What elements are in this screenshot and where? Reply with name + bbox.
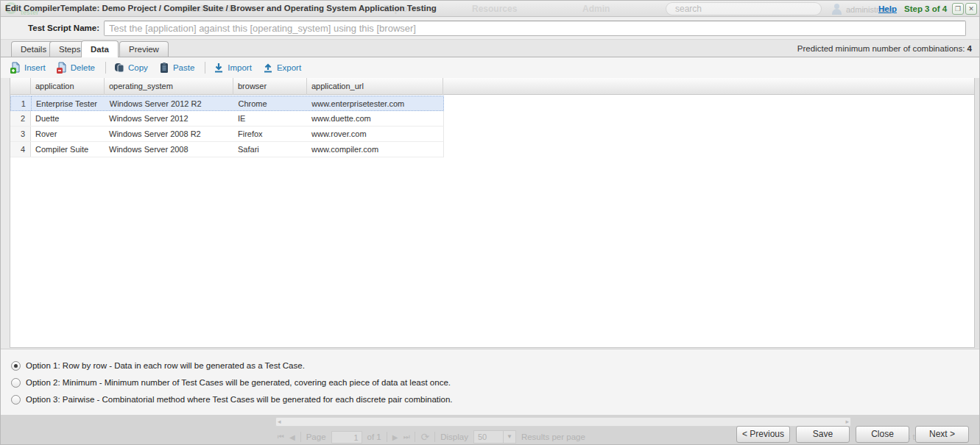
data-grid-toolbar: Insert Delete Copy Paste Import Export bbox=[1, 57, 980, 78]
import-button[interactable]: Import bbox=[213, 62, 252, 74]
page-number-input: 1 bbox=[331, 431, 362, 444]
paste-icon bbox=[158, 62, 170, 74]
column-header-browser[interactable]: browser bbox=[233, 78, 307, 95]
pager-separator bbox=[300, 432, 301, 442]
row-number: 1 bbox=[11, 96, 32, 110]
cell-operating-system: Windows Server 2012 R2 bbox=[105, 96, 234, 110]
cell-browser: Chrome bbox=[234, 96, 308, 110]
cell-application-url: www.compiler.com bbox=[307, 142, 443, 157]
tab-data[interactable]: Data bbox=[81, 40, 119, 57]
cell-application-url: www.rover.com bbox=[307, 127, 443, 141]
cell-operating-system: Windows Server 2008 bbox=[105, 142, 233, 157]
last-page-icon: ⏭ bbox=[403, 432, 409, 441]
display-count-select: 50▼ bbox=[473, 430, 516, 444]
cell-application: Duette bbox=[31, 111, 105, 126]
delete-icon bbox=[56, 62, 68, 74]
export-button[interactable]: Export bbox=[262, 62, 301, 74]
copy-label: Copy bbox=[128, 63, 148, 72]
predicted-combinations-text: Predicted minimum number of combinations… bbox=[797, 44, 967, 53]
column-header-application-url[interactable]: application_url bbox=[307, 78, 443, 95]
refresh-icon: ⟳ bbox=[420, 431, 429, 443]
predicted-combinations-value: 4 bbox=[967, 44, 972, 53]
toolbar-separator bbox=[105, 62, 106, 74]
display-count-value: 50 bbox=[478, 432, 487, 441]
maximize-icon: ❐ bbox=[955, 5, 961, 13]
column-header-rownum bbox=[10, 78, 31, 95]
table-row[interactable]: 3 Rover Windows Server 2008 R2 Firefox w… bbox=[10, 127, 444, 142]
copy-button[interactable]: Copy bbox=[113, 62, 148, 74]
scrollbar-left-icon: ◂ bbox=[278, 418, 281, 426]
test-script-name-input[interactable] bbox=[104, 21, 966, 36]
row-number: 4 bbox=[10, 142, 31, 157]
display-label: Display bbox=[440, 432, 468, 441]
generation-options-panel: Option 1: Row by row - Data in each row … bbox=[1, 349, 980, 415]
data-grid: application operating_system browser app… bbox=[10, 78, 975, 348]
maximize-button[interactable]: ❐ bbox=[952, 3, 964, 15]
table-row[interactable]: 2 Duette Windows Server 2012 IE www.duet… bbox=[10, 111, 444, 127]
export-icon bbox=[262, 62, 274, 74]
chevron-down-icon: ▼ bbox=[503, 431, 515, 444]
cell-browser: IE bbox=[233, 111, 307, 126]
option-minimum[interactable]: Option 2: Minimum - Minimum number of Te… bbox=[11, 377, 451, 388]
table-row[interactable]: 1 Enterprise Tester Windows Server 2012 … bbox=[10, 96, 444, 111]
dialog-title: Edit CompilerTemplate: Demo Project / Co… bbox=[5, 4, 437, 13]
dialog-title-bar: tester Dashboards Explorer Resources Adm… bbox=[1, 1, 980, 17]
radio-icon[interactable] bbox=[11, 395, 21, 405]
table-row[interactable]: 4 Compiler Suite Windows Server 2008 Saf… bbox=[10, 142, 444, 157]
column-header-operating-system[interactable]: operating_system bbox=[105, 78, 233, 95]
cell-browser: Firefox bbox=[233, 127, 307, 141]
column-header-application[interactable]: application bbox=[31, 78, 105, 95]
results-per-page-label: Results per page bbox=[521, 432, 585, 441]
cell-operating-system: Windows Server 2008 R2 bbox=[105, 127, 233, 141]
toolbar-separator bbox=[205, 62, 205, 74]
bottom-region: ◂ ▸ ⏮ ◀ Page 1 of 1 ▶ ⏭ ⟳ Display 50▼ Re… bbox=[1, 415, 980, 445]
radio-icon[interactable] bbox=[11, 378, 21, 388]
import-label: Import bbox=[228, 63, 252, 72]
save-button[interactable]: Save bbox=[796, 426, 850, 443]
delete-button[interactable]: Delete bbox=[56, 62, 95, 74]
close-dialog-button[interactable]: Close bbox=[856, 426, 909, 443]
previous-button[interactable]: < Previous bbox=[736, 426, 790, 443]
background-search-input: search bbox=[666, 2, 822, 15]
grid-right-gutter bbox=[975, 78, 980, 348]
close-button[interactable]: ✕ bbox=[965, 3, 977, 15]
paste-button[interactable]: Paste bbox=[158, 62, 194, 74]
cell-application: Compiler Suite bbox=[31, 142, 105, 157]
insert-button[interactable]: Insert bbox=[10, 62, 46, 74]
page-of-label: of 1 bbox=[367, 432, 381, 441]
radio-icon[interactable] bbox=[11, 361, 21, 371]
cell-application: Rover bbox=[31, 127, 105, 141]
next-button[interactable]: Next > bbox=[915, 426, 969, 443]
insert-label: Insert bbox=[24, 63, 46, 72]
test-script-name-label: Test Script Name: bbox=[1, 17, 99, 40]
predicted-combinations-note: Predicted minimum number of combinations… bbox=[797, 44, 972, 53]
column-header-filler bbox=[443, 78, 974, 95]
option-pairwise[interactable]: Option 3: Pairwise - Combinatorial metho… bbox=[11, 394, 453, 405]
page-label: Page bbox=[306, 432, 326, 441]
copy-icon bbox=[113, 62, 125, 74]
export-label: Export bbox=[277, 63, 301, 72]
pager-separator bbox=[434, 432, 435, 442]
insert-icon bbox=[10, 62, 21, 74]
tab-strip: Details Steps Data Preview Predicted min… bbox=[1, 40, 980, 57]
option-row-by-row[interactable]: Option 1: Row by row - Data in each row … bbox=[11, 360, 305, 371]
pager-separator bbox=[415, 432, 415, 442]
edit-compiler-template-dialog: tester Dashboards Explorer Resources Adm… bbox=[0, 0, 980, 445]
grid-header-row: application operating_system browser app… bbox=[10, 78, 974, 95]
background-nav-admin: Admin bbox=[582, 4, 610, 14]
help-link[interactable]: Help bbox=[878, 4, 897, 13]
cell-operating-system: Windows Server 2012 bbox=[105, 111, 233, 126]
tab-preview[interactable]: Preview bbox=[119, 41, 169, 57]
pager-separator bbox=[387, 432, 387, 442]
option-label: Option 3: Pairwise - Combinatorial metho… bbox=[26, 395, 453, 404]
cell-browser: Safari bbox=[233, 142, 307, 157]
scrollbar-right-icon: ▸ bbox=[845, 418, 849, 426]
row-number: 2 bbox=[10, 111, 31, 126]
delete-label: Delete bbox=[71, 63, 95, 72]
close-icon: ✕ bbox=[968, 5, 974, 13]
row-number: 3 bbox=[10, 127, 31, 141]
prev-page-icon: ◀ bbox=[289, 433, 295, 441]
cell-application-url: www.duette.com bbox=[307, 111, 443, 126]
first-page-icon: ⏮ bbox=[278, 432, 284, 441]
test-script-name-row: Test Script Name: bbox=[1, 17, 980, 40]
